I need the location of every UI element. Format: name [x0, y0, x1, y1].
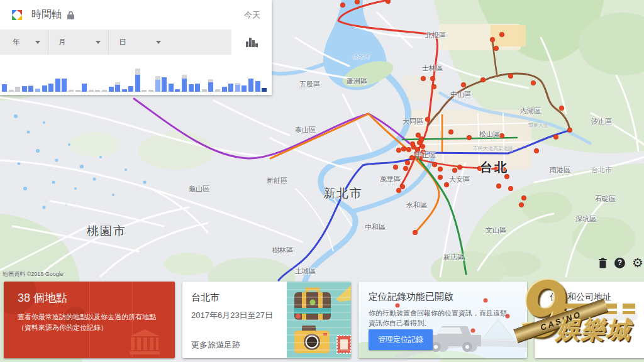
histogram-bar[interactable] [222, 87, 227, 92]
histogram-bar[interactable] [15, 87, 20, 92]
day-dropdown[interactable]: 日 [109, 30, 169, 55]
location-dot[interactable] [431, 84, 436, 89]
histogram-bar[interactable] [48, 84, 53, 92]
location-dot[interactable] [499, 133, 504, 138]
help-icon[interactable]: ? [614, 258, 625, 268]
more-trips-link[interactable]: 更多旅遊足跡 [191, 339, 240, 351]
histogram-bar[interactable] [115, 82, 120, 92]
histogram-bar[interactable] [2, 84, 7, 92]
location-dot[interactable] [421, 76, 426, 81]
today-button[interactable]: 今天 [244, 9, 260, 21]
histogram-bar[interactable] [35, 89, 40, 92]
google-maps-icon[interactable] [11, 9, 23, 21]
year-dropdown[interactable]: 年 [0, 30, 48, 55]
trash-icon[interactable] [598, 258, 608, 268]
location-dot[interactable] [413, 230, 418, 235]
histogram-bar[interactable] [182, 75, 187, 92]
histogram-bar[interactable] [262, 88, 267, 92]
location-dot[interactable] [531, 80, 536, 85]
histogram-bar[interactable] [195, 84, 200, 92]
histogram-bar[interactable] [255, 81, 260, 92]
histogram-bar[interactable] [128, 86, 133, 92]
histogram-bar[interactable] [89, 90, 94, 92]
histogram-bar[interactable] [42, 85, 47, 92]
histogram-bar[interactable] [28, 85, 33, 92]
histogram-bar[interactable] [175, 89, 180, 92]
histogram-bar[interactable] [202, 89, 207, 92]
histogram-bar[interactable] [122, 89, 127, 92]
histogram-bar[interactable] [228, 84, 233, 92]
location-dot[interactable] [467, 135, 472, 140]
location-dot[interactable] [400, 184, 405, 189]
histogram-bar[interactable] [9, 90, 14, 92]
location-dot[interactable] [553, 134, 558, 140]
location-dot[interactable] [559, 106, 564, 111]
location-dot[interactable] [519, 202, 524, 207]
histogram-bar[interactable] [169, 84, 174, 92]
histogram-bar[interactable] [248, 79, 253, 92]
histogram-bar[interactable] [148, 90, 153, 92]
histogram-bar[interactable] [155, 76, 160, 92]
settings-gear-icon[interactable]: ⚙ [632, 257, 643, 268]
location-dot[interactable] [508, 186, 513, 191]
location-dot[interactable] [430, 76, 435, 81]
histogram-bar[interactable] [142, 90, 147, 92]
location-dot[interactable] [410, 141, 415, 146]
bar-chart-icon[interactable] [246, 38, 258, 47]
location-dot[interactable] [386, 0, 391, 4]
histogram-bar[interactable] [215, 89, 220, 92]
histogram-bar[interactable] [75, 90, 80, 92]
histogram-bar[interactable] [62, 79, 67, 92]
histogram-bar[interactable] [208, 79, 213, 92]
places-card[interactable]: 38 個地點 查看你最常造訪的地點以及你去過的所有地點（資料來源為你的定位記錄） [4, 282, 175, 358]
location-dot[interactable] [401, 146, 406, 151]
location-dot[interactable] [490, 37, 495, 42]
location-dot[interactable] [396, 148, 401, 153]
location-dot[interactable] [403, 166, 408, 171]
location-dot[interactable] [340, 3, 345, 8]
histogram-bar[interactable] [102, 90, 107, 92]
location-dot[interactable] [534, 148, 539, 153]
location-dot[interactable] [405, 160, 410, 165]
location-dot[interactable] [494, 166, 499, 171]
month-dropdown[interactable]: 月 [48, 30, 109, 55]
location-dot[interactable] [504, 174, 509, 179]
histogram-bar[interactable] [22, 86, 27, 92]
histogram-bar[interactable] [135, 69, 140, 92]
histogram-bar[interactable] [162, 77, 167, 92]
histogram-bar[interactable] [95, 90, 100, 92]
location-dot[interactable] [567, 128, 572, 133]
location-dot[interactable] [494, 46, 499, 51]
location-dot[interactable] [355, 0, 360, 4]
histogram-bar[interactable] [189, 84, 194, 92]
location-dot[interactable] [521, 195, 526, 200]
location-history-card[interactable]: 定位記錄功能已開啟 你的行動裝置會回報你的位置資訊，而且這類資訊你自己看得到。 … [358, 282, 527, 358]
location-dot[interactable] [496, 184, 501, 189]
manage-location-history-button[interactable]: 管理定位記錄 [369, 329, 433, 350]
location-dot[interactable] [432, 162, 437, 167]
location-dot[interactable] [461, 82, 466, 87]
location-dot[interactable] [501, 167, 506, 172]
histogram-bar[interactable] [69, 90, 74, 92]
trip-card[interactable]: 台北市 2017年6月23日至27日 更多旅遊足跡 [182, 282, 351, 358]
location-dot[interactable] [480, 77, 486, 82]
histogram-bar[interactable] [242, 85, 247, 92]
addresses-card[interactable]: 住家和公司地址 [535, 282, 644, 358]
location-dot[interactable] [420, 144, 425, 149]
location-dot[interactable] [438, 167, 443, 172]
location-dot[interactable] [409, 155, 414, 160]
location-dot[interactable] [438, 175, 443, 180]
location-dot[interactable] [477, 166, 482, 171]
histogram-bar[interactable] [235, 83, 240, 92]
location-dot[interactable] [396, 188, 401, 193]
location-dot[interactable] [508, 74, 513, 79]
location-dot[interactable] [425, 117, 430, 122]
location-dot[interactable] [499, 32, 504, 37]
location-dot[interactable] [393, 165, 398, 170]
histogram-bar[interactable] [82, 84, 87, 92]
location-dot[interactable] [448, 129, 453, 134]
histogram-bar[interactable] [55, 79, 60, 92]
location-dot[interactable] [452, 168, 457, 173]
location-dot[interactable] [421, 150, 426, 155]
location-dot[interactable] [444, 182, 449, 187]
